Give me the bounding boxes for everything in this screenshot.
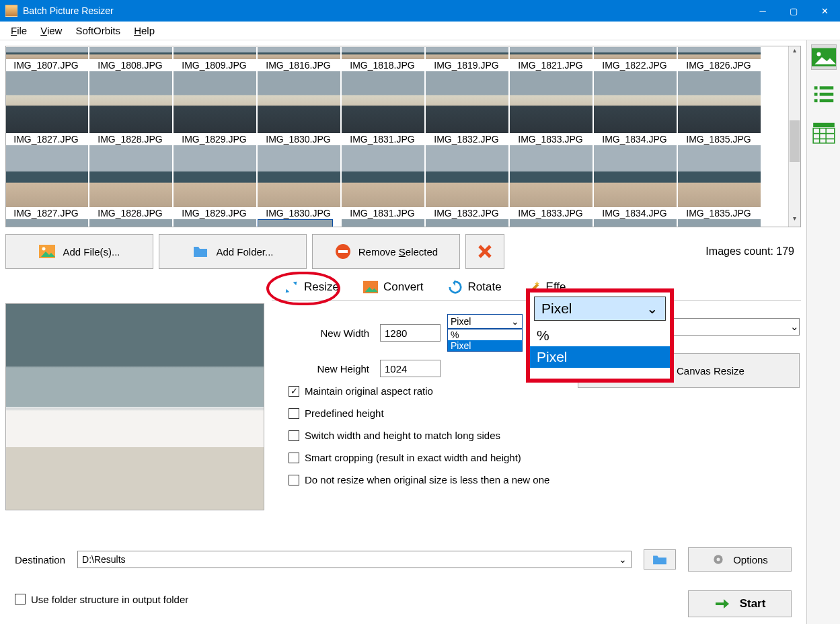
width-unit-select[interactable]: Pixel⌄ — [447, 314, 523, 329]
thumbnail-item[interactable]: IMG_1828.JPG — [89, 145, 173, 219]
image-icon — [38, 243, 56, 260]
svg-rect-20 — [813, 123, 835, 127]
tab-rotate[interactable]: Rotate — [436, 274, 514, 300]
thumbnail-item[interactable] — [425, 219, 509, 227]
new-width-input[interactable] — [380, 324, 441, 342]
menu-softorbits[interactable]: SoftOrbits — [69, 22, 127, 40]
view-calendar-button[interactable] — [811, 120, 837, 145]
smart-label: Smart cropping (result in exact width an… — [305, 452, 521, 463]
noresize-checkbox[interactable] — [289, 475, 299, 485]
unit-percent-option[interactable]: % — [448, 329, 522, 340]
smart-checkbox[interactable] — [289, 453, 299, 463]
thumbnail-item[interactable]: IMG_1827.JPG — [6, 145, 89, 219]
gear-icon — [712, 553, 725, 566]
view-list-button[interactable] — [811, 82, 837, 108]
thumbnail-image — [510, 145, 593, 207]
thumbnail-item[interactable]: IMG_1829.JPG — [173, 71, 257, 145]
close-button[interactable]: ✕ — [809, 0, 840, 22]
svg-rect-17 — [819, 93, 833, 96]
thumbnail-item[interactable]: IMG_1829.JPG — [173, 145, 257, 219]
new-height-input[interactable] — [380, 360, 441, 377]
thumbnail-item[interactable] — [89, 219, 173, 227]
thumbnail-item[interactable]: IMG_1833.JPG — [509, 71, 593, 145]
thumbnail-item[interactable]: IMG_1833.JPG — [509, 145, 593, 219]
thumbnail-item[interactable]: IMG_1807.JPG — [6, 46, 89, 71]
thumbnail-item[interactable]: IMG_1827.JPG — [6, 71, 89, 145]
callout-opt-pixel[interactable]: Pixel — [530, 346, 670, 368]
thumbnail-item[interactable]: IMG_1832.JPG — [425, 145, 509, 219]
callout-select[interactable]: Pixel⌄ — [534, 297, 666, 321]
menu-help[interactable]: Help — [127, 22, 161, 40]
svg-point-1 — [42, 247, 46, 251]
remove-selected-label: Remove Selected — [358, 246, 438, 258]
minimize-button[interactable]: ─ — [747, 0, 778, 22]
remove-all-button[interactable] — [465, 234, 504, 269]
thumbnail-filename: IMG_1830.JPG — [257, 134, 340, 145]
thumbnail-filename: IMG_1833.JPG — [509, 208, 592, 219]
tab-resize[interactable]: Resize — [272, 274, 351, 300]
maximize-button[interactable]: ▢ — [778, 0, 809, 22]
callout-opt-percent[interactable]: % — [530, 325, 670, 346]
unit-pixel-option[interactable]: Pixel — [448, 340, 522, 351]
thumbnail-item[interactable] — [341, 219, 425, 227]
svg-rect-21 — [813, 128, 835, 143]
add-folder-button[interactable]: Add Folder... — [159, 234, 307, 269]
chevron-down-icon: ⌄ — [646, 301, 658, 317]
thumbnail-item[interactable]: IMG_1830.JPG — [257, 145, 341, 219]
remove-selected-button[interactable]: Remove Selected — [312, 234, 460, 269]
thumbnail-item[interactable]: IMG_1835.JPG — [677, 71, 761, 145]
thumbnail-item[interactable] — [6, 219, 89, 227]
window-title: Batch Picture Resizer — [23, 5, 747, 16]
start-button[interactable]: Start — [688, 590, 792, 617]
thumbnail-item[interactable]: IMG_1816.JPG — [257, 46, 341, 71]
switch-checkbox[interactable] — [289, 430, 299, 441]
thumbnail-item[interactable]: IMG_1831.JPG — [341, 145, 425, 219]
thumbnail-image — [594, 219, 677, 227]
scroll-up-icon[interactable]: ▴ — [789, 46, 800, 58]
thumbnail-item[interactable]: IMG_1821.JPG — [509, 46, 593, 71]
scroll-down-icon[interactable]: ▾ — [789, 214, 800, 227]
aspect-checkbox[interactable]: ✓ — [289, 386, 299, 397]
thumbnail-item[interactable]: IMG_1834.JPG — [593, 145, 677, 219]
right-sidebar — [806, 40, 840, 624]
thumbnail-item[interactable]: IMG_1831.JPG — [341, 71, 425, 145]
start-label: Start — [740, 597, 766, 611]
browse-button[interactable] — [644, 549, 676, 570]
tab-convert[interactable]: Convert — [351, 274, 436, 300]
folder-open-icon — [652, 553, 667, 566]
thumbnail-filename: IMG_1828.JPG — [89, 134, 171, 145]
predef-checkbox[interactable] — [289, 408, 299, 419]
thumbnail-item[interactable]: IMG_1828.JPG — [89, 71, 173, 145]
thumbnail-item[interactable]: IMG_1826.JPG — [677, 46, 761, 71]
thumbnail-item[interactable]: IMG_1832.JPG — [425, 71, 509, 145]
thumbnail-item[interactable]: IMG_1834.JPG — [593, 71, 677, 145]
new-height-label: New Height — [289, 363, 369, 375]
menu-view[interactable]: View — [34, 22, 69, 40]
thumbnail-item[interactable] — [257, 219, 341, 227]
thumbnail-item[interactable]: IMG_1819.JPG — [425, 46, 509, 71]
thumbnail-image — [426, 47, 508, 59]
thumbnail-item[interactable]: IMG_1809.JPG — [173, 46, 257, 71]
thumbnail-item[interactable] — [677, 219, 761, 227]
thumbnail-item[interactable]: IMG_1822.JPG — [593, 46, 677, 71]
thumbnail-item[interactable] — [593, 219, 677, 227]
add-files-button[interactable]: Add File(s)... — [5, 234, 153, 269]
thumbnail-filename: IMG_1819.JPG — [425, 60, 508, 71]
thumbnail-filename: IMG_1832.JPG — [425, 134, 508, 145]
menu-file[interactable]: File — [4, 22, 34, 40]
destination-input[interactable]: D:\Results⌄ — [77, 551, 632, 568]
options-button[interactable]: Options — [688, 547, 792, 572]
thumbnail-item[interactable]: IMG_1818.JPG — [341, 46, 425, 71]
thumbnail-item[interactable]: IMG_1835.JPG — [677, 145, 761, 219]
view-thumbnails-button[interactable] — [811, 44, 837, 70]
menubar: File View SoftOrbits Help — [0, 22, 840, 40]
grid-scrollbar[interactable]: ▴ ▾ — [788, 46, 800, 227]
thumbnail-item[interactable]: IMG_1808.JPG — [89, 46, 173, 71]
thumbnail-item[interactable] — [509, 219, 593, 227]
thumbnail-filename: IMG_1818.JPG — [341, 60, 424, 71]
thumbnail-image — [174, 47, 256, 59]
thumbnail-item[interactable]: IMG_1830.JPG — [257, 71, 341, 145]
thumbnail-item[interactable] — [173, 219, 257, 227]
scroll-thumb[interactable] — [790, 120, 800, 162]
folder-struct-checkbox[interactable] — [15, 594, 26, 604]
